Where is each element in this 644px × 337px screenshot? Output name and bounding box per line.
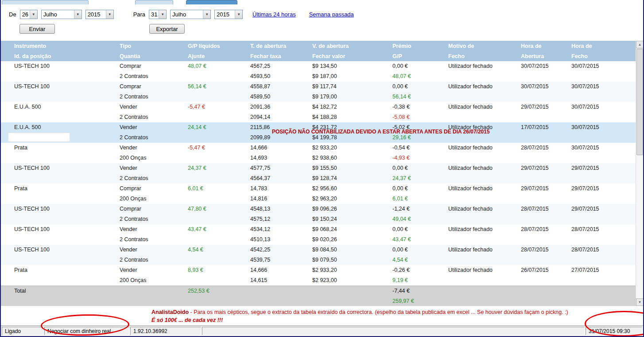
position-row[interactable]: US-TECH 100 Vender2 Contratos43,47 € 453… <box>1 224 636 245</box>
datetime-status: 31/07/2015 09:30 <box>586 327 642 335</box>
close-date-cell: 30/07/2015 <box>571 61 636 82</box>
position-row[interactable]: Prata Vender200 Onças-5,47 € 14,66614,69… <box>1 143 636 163</box>
scrollbar-thumb[interactable] <box>636 49 643 155</box>
header-cell: PrémioG/P <box>392 41 448 61</box>
net-pl-cell: 56,14 € <box>188 82 250 102</box>
open-date-cell: 26/07/2015 <box>521 265 571 286</box>
open-close-rate-cell: 14,78314,816 <box>250 184 312 204</box>
header-cell: Hora deFecho <box>571 41 636 61</box>
to-year-select[interactable]: 2015 ▼ <box>214 10 243 19</box>
position-row[interactable]: US-TECH 100 Comprar2 Contratos56,14 € 45… <box>1 82 636 102</box>
open-close-rate-cell: 4567,254593,50 <box>250 61 312 82</box>
open-close-rate-cell: 14,66614,693 <box>250 143 312 163</box>
instrument-cell: E.U.A. 500 <box>14 102 120 122</box>
close-date-cell: 28/07/2015 <box>571 224 636 245</box>
analyst-annotation: AnalistaDoido - Para os mais cépticos, s… <box>1 306 643 325</box>
position-row[interactable]: E.U.A. 500 Vender2 Contratos-5,47 € 2091… <box>1 102 636 122</box>
header-cell: Hora deAbertura <box>521 41 571 61</box>
annotation-line-2: É só 100€ ... de cada vez !!! <box>151 316 643 324</box>
filter-bar: De 26 ▼ Julho ▼ 2015 ▼ Para 31 ▼ Julho ▼ <box>1 4 643 41</box>
instrument-cell: Prata <box>14 265 120 286</box>
filter-row: De 26 ▼ Julho ▼ 2015 ▼ Para 31 ▼ Julho ▼ <box>9 10 354 19</box>
type-quantity-cell: Vender2 Contratos <box>120 122 188 143</box>
open-date-cell: 30/07/2015 <box>521 61 571 82</box>
status-bar: Ligado Negociar com dinheiro real 1.92.1… <box>1 325 643 336</box>
close-date-cell: 30/07/2015 <box>571 143 636 163</box>
open-date-cell: 30/07/2015 <box>521 82 571 102</box>
chevron-down-icon: ▼ <box>74 10 81 19</box>
type-quantity-cell: Comprar2 Contratos <box>120 204 188 224</box>
type-quantity-cell: Comprar2 Contratos <box>120 61 188 82</box>
header-cell: T. de aberturaFechar taxa <box>250 41 312 61</box>
instrument-cell: US-TECH 100 <box>14 245 120 265</box>
open-close-value-cell: $9 155,50$9 128,74 <box>312 163 392 184</box>
scroll-down-icon[interactable]: ▼ <box>636 298 644 306</box>
type-quantity-cell: Comprar2 Contratos <box>120 82 188 102</box>
position-row[interactable]: E.U.A. 500 Vender2 Contratos24,14 € 2115… <box>1 122 636 143</box>
row-annotation-note: POSIÇÃO NÃO CONTABILIZADA DEVIDO A ESTAR… <box>272 129 490 135</box>
instrument-cell: US-TECH 100 <box>14 82 120 102</box>
open-date-cell: 28/07/2015 <box>521 204 571 224</box>
total-premium-gp-cell: -7,44 €259,97 € <box>392 286 448 306</box>
instrument-cell: US-TECH 100 <box>14 224 120 245</box>
type-quantity-cell: Vender2 Contratos <box>120 245 188 265</box>
open-date-cell: 28/07/2015 <box>521 224 571 245</box>
open-close-value-cell: $2 933,20$2 938,60 <box>312 143 392 163</box>
premium-gp-cell: -1,24 €49,04 € <box>392 204 448 224</box>
to-day-select[interactable]: 31 ▼ <box>149 10 167 19</box>
instrument-cell: Prata <box>14 143 120 163</box>
connection-status: Ligado <box>2 327 43 335</box>
net-pl-cell: 24,14 € <box>188 122 250 143</box>
net-pl-cell: 43,47 € <box>188 224 250 245</box>
to-month-select[interactable]: Julho ▼ <box>170 10 211 19</box>
close-reason-cell: Utilizador fechado <box>448 184 521 204</box>
premium-gp-cell: -0,38 €-5,08 € <box>392 102 448 122</box>
open-close-rate-cell: 2091,362094,14 <box>250 102 312 122</box>
vertical-scrollbar[interactable]: ▲ ▼ <box>636 41 643 306</box>
position-row[interactable]: US-TECH 100 Vender2 Contratos4,54 € 4542… <box>1 245 636 265</box>
open-close-value-cell: $9 134,50$9 187,00 <box>312 61 392 82</box>
open-date-cell: 17/07/2015 <box>521 122 571 143</box>
open-close-value-cell: $9 117,74$9 179,00 <box>312 82 392 102</box>
net-pl-cell: 24,37 € <box>188 163 250 184</box>
scroll-up-icon[interactable]: ▲ <box>636 41 644 48</box>
position-row[interactable]: US-TECH 100 Comprar2 Contratos48,07 € 45… <box>1 61 636 82</box>
header-cell: G/P líquidosAjuste <box>188 41 250 61</box>
tab-strip <box>1 0 643 4</box>
positions-table-body: US-TECH 100 Comprar2 Contratos48,07 € 45… <box>1 61 643 286</box>
premium-gp-cell: -0,26 €9,19 € <box>392 265 448 286</box>
chevron-down-icon: ▼ <box>235 10 242 19</box>
open-close-rate-cell: 4548,134575,12 <box>250 204 312 224</box>
from-month-select[interactable]: Julho ▼ <box>41 10 82 19</box>
close-reason-cell: Utilizador fechado <box>448 163 521 184</box>
annotation-author: AnalistaDoido <box>151 309 189 315</box>
last-week-link[interactable]: Semana passada <box>309 11 354 18</box>
type-quantity-cell: Vender200 Onças <box>120 143 188 163</box>
close-reason-cell: Utilizador fechado <box>448 245 521 265</box>
position-row[interactable]: Prata Vender200 Onças8,93 € 14,66614,615… <box>1 265 636 286</box>
last-24-hours-link[interactable]: Últimas 24 horas <box>252 11 296 18</box>
net-pl-cell: 48,07 € <box>188 61 250 82</box>
position-row[interactable]: US-TECH 100 Vender2 Contratos24,37 € 457… <box>1 163 636 184</box>
from-day-select[interactable]: 26 ▼ <box>20 10 38 19</box>
net-pl-cell: -5,47 € <box>188 143 250 163</box>
open-date-cell: 28/07/2015 <box>521 245 571 265</box>
export-button[interactable]: Exportar <box>149 24 185 34</box>
premium-gp-cell: 0,00 €6,01 € <box>392 184 448 204</box>
header-cell: TipoQuantia <box>120 41 188 61</box>
instrument-cell: US-TECH 100 <box>14 204 120 224</box>
close-reason-cell: Utilizador fechado <box>448 82 521 102</box>
open-date-cell: 29/07/2015 <box>521 163 571 184</box>
close-date-cell: 27/07/2015 <box>571 265 636 286</box>
open-close-value-cell: $9 096,26$9 150,24 <box>312 204 392 224</box>
total-row: Total 252,53 € -7,44 €259,97 € <box>1 286 636 306</box>
position-row[interactable]: Prata Comprar200 Onças6,01 € 14,78314,81… <box>1 184 636 204</box>
trading-platform-window: De 26 ▼ Julho ▼ 2015 ▼ Para 31 ▼ Julho ▼ <box>0 0 644 337</box>
chevron-down-icon: ▼ <box>159 10 166 19</box>
submit-button[interactable]: Enviar <box>19 24 55 34</box>
premium-gp-cell: 0,00 €48,07 € <box>392 61 448 82</box>
from-year-select[interactable]: 2015 ▼ <box>85 10 114 19</box>
chevron-down-icon: ▼ <box>203 10 210 19</box>
position-row[interactable]: US-TECH 100 Comprar2 Contratos47,80 € 45… <box>1 204 636 224</box>
open-date-cell: 29/07/2015 <box>521 102 571 122</box>
